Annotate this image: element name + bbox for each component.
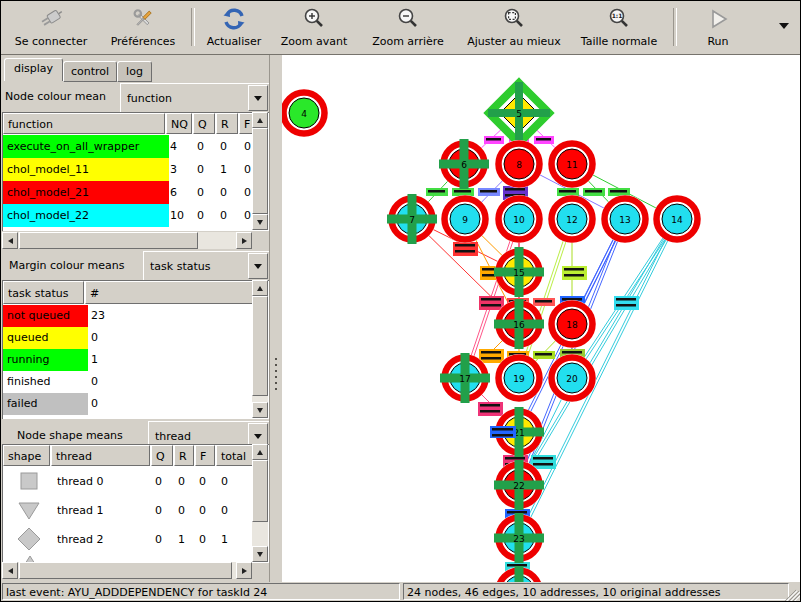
column-header[interactable]: # [85, 281, 253, 304]
table-row[interactable]: queued0 [3, 327, 269, 349]
zoom-in-icon [273, 4, 355, 34]
graph-node-23[interactable]: 23 [494, 513, 544, 563]
graph-node-19[interactable]: 19 [495, 354, 543, 402]
zoom-fit-label: Ajuster au mieux [461, 34, 567, 49]
value-cell: 3 [170, 158, 192, 181]
column-header[interactable]: function [3, 113, 165, 134]
connect-button[interactable]: Se connecter [5, 4, 97, 52]
table-row[interactable]: thread 20101 [3, 525, 269, 554]
statusbar-graph-stats: 24 nodes, 46 edges, 10 addresses, 10 ori… [403, 583, 789, 600]
value-cell: 0 [221, 496, 247, 525]
column-header[interactable]: shape [3, 445, 50, 466]
graph-node-11[interactable]: 11 [548, 140, 596, 188]
tab-log[interactable]: log [117, 61, 152, 82]
graph-node-20[interactable]: 20 [548, 354, 596, 402]
task-graph[interactable]: 456811791012131415161817192021222324 [282, 55, 801, 582]
preferences-button[interactable]: Préférences [99, 4, 187, 52]
edge-address-label [557, 188, 579, 196]
edge-address-label [479, 296, 504, 310]
node-id-label: 13 [619, 215, 630, 225]
graph-node-8[interactable]: 8 [495, 140, 543, 188]
table-row[interactable]: thread 10000 [3, 496, 269, 525]
toolbar-overflow-button[interactable] [779, 23, 789, 29]
zoom-out-button[interactable]: Zoom arrière [359, 4, 457, 52]
node-id-label: 11 [566, 160, 577, 170]
edge-address-label [484, 136, 504, 144]
refresh-label: Actualiser [199, 34, 269, 49]
value-cell: 0 [197, 181, 219, 204]
column-header[interactable]: task status [3, 281, 84, 304]
run-button[interactable]: Run [691, 4, 745, 52]
edge-address-label [533, 298, 555, 306]
column-header[interactable]: thread [51, 445, 150, 466]
thread-shape-table-hscrollbar[interactable] [2, 562, 252, 579]
table-row[interactable]: chol_model_216000 [3, 181, 269, 204]
graph-canvas[interactable]: 456811791012131415161817192021222324 [282, 55, 801, 582]
edge-address-label [479, 349, 504, 363]
node-id-label: 17 [459, 374, 470, 384]
zoom-fit-button[interactable]: Ajuster au mieux [461, 4, 567, 52]
column-header[interactable]: NQ [166, 113, 192, 134]
resize-grip[interactable] [787, 585, 799, 599]
value-cell: 0 [220, 135, 242, 158]
margin-colour-label: Margin colour means [9, 259, 125, 272]
value-cell: 23 [91, 305, 151, 327]
task-status-table-vscrollbar[interactable] [252, 280, 268, 418]
table-row[interactable]: running1 [3, 349, 269, 371]
function-table-vscrollbar[interactable] [252, 112, 268, 230]
status-name-cell: running [3, 349, 88, 371]
graph-node-12[interactable]: 12 [548, 195, 596, 243]
graph-node-6[interactable]: 6 [439, 139, 489, 189]
refresh-button[interactable]: Actualiser [199, 4, 269, 52]
thread-shape-table-vscrollbar[interactable] [252, 444, 268, 562]
column-header[interactable]: R [174, 445, 194, 466]
function-table-hscrollbar[interactable] [2, 232, 252, 249]
edge-address-label [533, 351, 555, 359]
graph-node-4[interactable]: 4 [282, 89, 328, 137]
zoom-in-button[interactable]: Zoom avant [273, 4, 355, 52]
node-colour-combobox[interactable]: function [120, 83, 270, 113]
edge-address-label [452, 188, 474, 196]
tab-control[interactable]: control [63, 61, 117, 82]
node-id-label: 19 [513, 374, 525, 384]
table-row[interactable]: thread 00000 [3, 467, 269, 496]
value-cell: 0 [91, 393, 151, 415]
table-row[interactable]: finished0 [3, 371, 269, 393]
table-row[interactable]: chol_model_2210000 [3, 204, 269, 227]
graph-node-9[interactable]: 9 [441, 195, 489, 243]
column-header[interactable]: R [216, 113, 238, 134]
column-header[interactable]: total [216, 445, 254, 466]
graph-node-24[interactable]: 24 [494, 566, 544, 582]
value-cell: 6 [170, 181, 192, 204]
thread-name-cell: thread 0 [57, 467, 147, 496]
graph-node-13[interactable]: 13 [601, 195, 649, 243]
zoom-normal-button[interactable]: 1:1 Taille normale [571, 4, 667, 52]
refresh-icon [199, 4, 269, 34]
column-header[interactable]: Q [151, 445, 173, 466]
tab-display[interactable]: display [4, 58, 63, 81]
table-row[interactable]: chol_model_113010 [3, 158, 269, 181]
run-icon [691, 4, 745, 34]
value-cell: 0 [197, 135, 219, 158]
table-row[interactable]: not queued23 [3, 305, 269, 327]
graph-node-10[interactable]: 10 [495, 195, 543, 243]
tab-log-label: log [126, 65, 143, 78]
value-cell: 0 [197, 158, 219, 181]
edge-address-label [490, 426, 516, 438]
column-header[interactable]: F [195, 445, 215, 466]
margin-colour-combobox-arrow[interactable] [248, 253, 268, 279]
node-id-label: 8 [516, 160, 522, 170]
column-header[interactable]: Q [193, 113, 215, 134]
table-row[interactable]: failed0 [3, 393, 269, 415]
function-name-cell: chol_model_11 [3, 158, 169, 181]
value-cell: 10 [170, 204, 192, 227]
graph-node-18[interactable]: 18 [548, 300, 596, 348]
function-name-cell: chol_model_21 [3, 181, 169, 204]
margin-colour-combobox[interactable]: task status [143, 251, 270, 281]
zoom-normal-label: Taille normale [571, 34, 667, 49]
status-name-cell: queued [3, 327, 88, 349]
graph-node-14[interactable]: 14 [653, 195, 701, 243]
node-colour-combobox-arrow[interactable] [248, 85, 268, 111]
edge-address-label [478, 402, 503, 416]
table-row[interactable]: execute_on_all_wrapper4000 [3, 135, 269, 158]
